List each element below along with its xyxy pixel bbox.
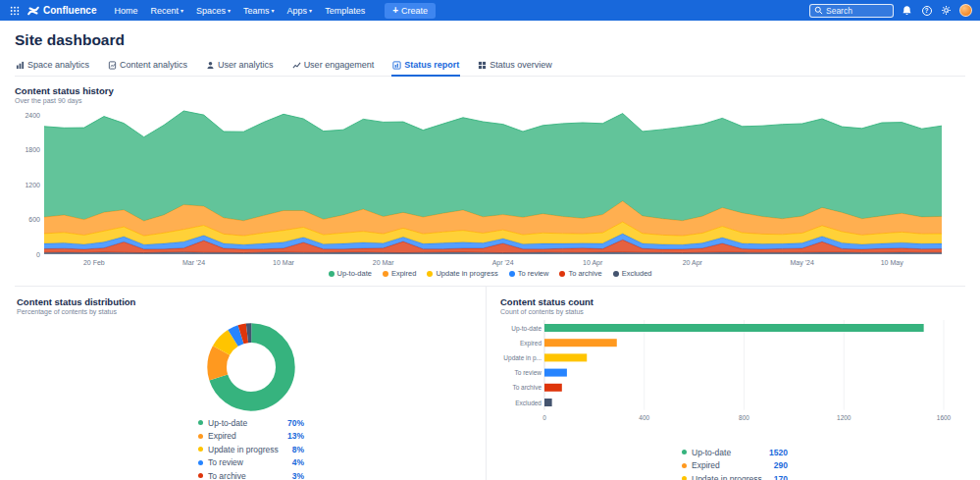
bar-expired xyxy=(544,339,617,347)
legend-label: Up-to-date xyxy=(208,418,287,428)
legend-item-to-archive: To archive3% xyxy=(198,469,304,480)
tab-space-analytics[interactable]: Space analytics xyxy=(15,59,90,77)
user-icon xyxy=(206,61,215,70)
count-chart-title: Content status count xyxy=(500,296,965,307)
x-axis-tick: 20 Apr xyxy=(683,259,703,267)
nav-item-home[interactable]: Home xyxy=(108,3,143,19)
bar-up-to-date xyxy=(544,324,924,332)
top-nav: Confluence HomeRecent▾Spaces▾Teams▾Apps▾… xyxy=(0,0,980,21)
search-input[interactable] xyxy=(826,6,889,16)
page-title: Site dashboard xyxy=(15,31,965,49)
search-box[interactable] xyxy=(809,4,894,18)
legend-item-expired: Expired xyxy=(383,269,416,278)
nav-item-recent[interactable]: Recent▾ xyxy=(144,3,189,19)
tab-label: User engagement xyxy=(304,60,375,70)
area-series-up-to-date xyxy=(44,111,942,221)
x-axis-tick: 1200 xyxy=(837,414,851,421)
confluence-logo[interactable]: Confluence xyxy=(27,5,96,17)
legend-dot xyxy=(198,473,203,478)
legend-item-to-review: To review xyxy=(509,269,549,278)
legend-item-update-in-progress: Update in progress8% xyxy=(198,443,304,456)
legend-label: Expired xyxy=(208,431,287,441)
legend-value: 170 xyxy=(774,474,788,480)
bar-chart-icon xyxy=(16,61,25,70)
legend-dot xyxy=(613,271,619,277)
legend-value: 70% xyxy=(287,418,304,428)
create-button[interactable]: + Create xyxy=(385,3,436,19)
content-status-count-section: Content status count Count of contents b… xyxy=(487,287,965,480)
x-axis-tick: Apr '24 xyxy=(492,259,514,267)
x-axis-tick: 10 Apr xyxy=(583,259,603,267)
tab-status-overview[interactable]: Status overview xyxy=(477,59,553,77)
legend-item-up-to-date: Up-to-date70% xyxy=(198,416,304,430)
legend-label: Up-to-date xyxy=(337,269,372,278)
legend-value: 3% xyxy=(292,471,304,480)
legend-item-expired: Expired290 xyxy=(682,459,788,473)
legend-label: Excluded xyxy=(622,269,652,278)
tab-label: Status report xyxy=(404,60,459,70)
legend-item-to-review: To review4% xyxy=(198,456,304,470)
settings-icon[interactable] xyxy=(940,4,953,17)
nav-item-apps[interactable]: Apps▾ xyxy=(282,3,319,19)
nav-item-label: Spaces xyxy=(196,6,226,16)
nav-item-label: Recent xyxy=(150,6,179,16)
legend-value: 8% xyxy=(292,445,304,454)
legend-label: Update in progress xyxy=(692,474,774,480)
nav-item-label: Apps xyxy=(287,6,308,16)
nav-item-teams[interactable]: Teams▾ xyxy=(237,3,281,19)
legend-label: Expired xyxy=(692,460,774,470)
legend-dot xyxy=(198,420,203,425)
legend-dot xyxy=(682,450,687,454)
legend-dot xyxy=(682,476,687,480)
x-axis-tick: 1600 xyxy=(937,414,952,421)
legend-dot xyxy=(198,434,203,439)
bar-category-label: Excluded xyxy=(515,400,542,406)
help-icon[interactable]: ? xyxy=(920,4,933,17)
legend-item-excluded: Excluded xyxy=(613,269,652,278)
history-area-chart: 060012001800240020 FebMar '2410 Mar20 Ma… xyxy=(15,107,954,268)
count-bar-chart: Up-to-dateExpiredUpdate in p...To review… xyxy=(500,318,952,444)
y-axis-tick: 600 xyxy=(28,216,40,223)
tab-label: Content analytics xyxy=(120,60,187,70)
legend-dot xyxy=(383,271,388,277)
distribution-chart-legend: Up-to-date70%Expired13%Update in progres… xyxy=(198,416,304,480)
legend-value: 1520 xyxy=(769,448,788,457)
count-chart-subtitle: Count of contents by status xyxy=(500,308,965,315)
nav-item-label: Templates xyxy=(325,6,365,16)
bar-category-label: Up-to-date xyxy=(511,325,542,333)
legend-item-update-in-progress: Update in progress xyxy=(427,269,497,278)
tab-user-engagement[interactable]: User engagement xyxy=(291,59,376,77)
analytics-tabs: Space analyticsContent analyticsUser ana… xyxy=(15,59,965,77)
legend-label: Update in progress xyxy=(208,445,292,454)
legend-item-up-to-date: Up-to-date xyxy=(329,269,372,278)
legend-item-to-archive: To archive xyxy=(559,269,601,278)
legend-item-expired: Expired13% xyxy=(198,430,304,444)
legend-label: Expired xyxy=(391,269,416,278)
line-chart-icon xyxy=(292,61,301,70)
search-icon xyxy=(814,6,823,15)
tab-content-analytics[interactable]: Content analytics xyxy=(107,59,188,77)
user-avatar[interactable] xyxy=(959,4,972,17)
legend-label: To archive xyxy=(208,471,292,480)
bar-to-review xyxy=(544,369,567,377)
legend-dot xyxy=(427,271,433,277)
legend-dot xyxy=(559,271,565,277)
bar-update-in-progress xyxy=(544,353,587,361)
x-axis-tick: 800 xyxy=(739,414,749,421)
nav-item-templates[interactable]: Templates xyxy=(319,3,371,19)
notifications-icon[interactable] xyxy=(901,4,913,17)
legend-label: Up-to-date xyxy=(692,448,769,457)
chevron-down-icon: ▾ xyxy=(272,8,275,14)
y-axis-tick: 1800 xyxy=(25,146,40,153)
legend-label: To archive xyxy=(568,269,601,278)
app-switcher-icon[interactable] xyxy=(8,4,21,17)
bar-category-label: Expired xyxy=(520,340,542,347)
tab-user-analytics[interactable]: User analytics xyxy=(205,59,275,77)
nav-item-spaces[interactable]: Spaces▾ xyxy=(190,3,236,19)
legend-item-up-to-date: Up-to-date1520 xyxy=(682,446,788,459)
tab-status-report[interactable]: Status report xyxy=(391,59,460,77)
nav-item-label: Home xyxy=(114,6,137,16)
history-chart-legend: Up-to-dateExpiredUpdate in progressTo re… xyxy=(15,269,965,278)
page-content: Site dashboard Space analyticsContent an… xyxy=(0,31,980,480)
legend-label: To review xyxy=(518,269,549,278)
